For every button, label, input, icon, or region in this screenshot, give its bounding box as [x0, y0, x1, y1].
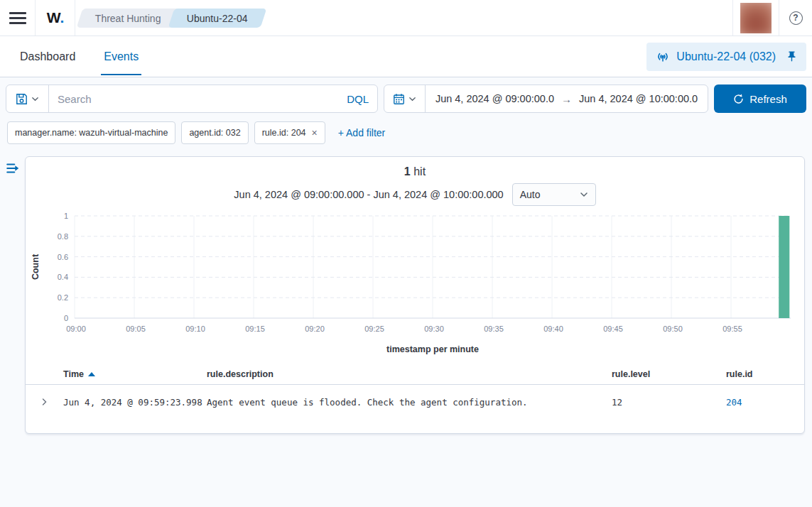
svg-text:09:20: 09:20: [305, 325, 325, 333]
chevron-down-icon: [408, 95, 416, 103]
save-icon: [16, 93, 28, 105]
tab-events[interactable]: Events: [101, 38, 141, 75]
chevron-down-icon: [31, 95, 39, 103]
refresh-label: Refresh: [749, 93, 787, 105]
agent-badge[interactable]: Ubuntu-22-04 (032): [646, 43, 806, 71]
search-input[interactable]: [58, 93, 340, 105]
svg-text:timestamp per minute: timestamp per minute: [386, 344, 479, 354]
expand-row-button[interactable]: [26, 397, 63, 407]
results-panel: 1 hit Jun 4, 2024 @ 09:00:00.000 - Jun 4…: [25, 156, 805, 434]
svg-text:0.2: 0.2: [58, 293, 68, 302]
interval-selected-value: Auto: [520, 189, 541, 200]
breadcrumb-agent[interactable]: Ubuntu-22-04: [168, 9, 266, 28]
interval-select[interactable]: Auto: [512, 183, 596, 206]
breadcrumb-label: Ubuntu-22-04: [187, 12, 248, 23]
help-icon: ?: [789, 11, 803, 25]
svg-text:09:35: 09:35: [484, 325, 504, 333]
svg-text:09:40: 09:40: [543, 325, 563, 333]
column-header-rule-description[interactable]: rule.description: [207, 369, 612, 379]
svg-text:0.8: 0.8: [58, 232, 68, 241]
refresh-button[interactable]: Refresh: [714, 84, 806, 113]
cell-rule-description: Agent event queue is flooded. Check the …: [207, 397, 612, 408]
wazuh-logo[interactable]: W.: [36, 0, 75, 36]
table-row: Jun 4, 2024 @ 09:59:23.998 Agent event q…: [26, 385, 804, 419]
filter-pill-label: rule.id: 204: [262, 128, 306, 138]
column-header-time[interactable]: Time: [63, 369, 207, 379]
svg-text:0.6: 0.6: [58, 253, 68, 261]
sort-ascending-icon: [88, 372, 95, 376]
svg-text:09:50: 09:50: [663, 325, 683, 333]
hits-line: 1 hit: [26, 165, 804, 180]
calendar-icon: [393, 93, 405, 105]
filter-pill-label: agent.id: 032: [189, 128, 240, 138]
histogram-chart[interactable]: 09:0009:0509:1009:1509:2009:2509:3009:35…: [26, 207, 804, 355]
collapse-column: [0, 156, 25, 434]
cell-rule-level: 12: [612, 397, 726, 408]
table-header-row: Time rule.description rule.level rule.id: [26, 364, 804, 385]
tab-dashboard[interactable]: Dashboard: [17, 38, 78, 75]
svg-text:09:15: 09:15: [245, 325, 265, 333]
svg-text:09:55: 09:55: [722, 325, 742, 333]
content-row: 1 hit Jun 4, 2024 @ 09:00:00.000 - Jun 4…: [0, 156, 812, 434]
range-arrow-icon: →: [561, 93, 572, 105]
logo-dot: .: [60, 9, 63, 26]
column-header-rule-level[interactable]: rule.level: [612, 369, 726, 379]
logo-text: W: [47, 9, 60, 26]
refresh-icon: [733, 94, 744, 104]
menu-button[interactable]: [0, 0, 35, 36]
cell-time: Jun 4, 2024 @ 09:59:23.998: [63, 397, 207, 408]
agent-badge-label: Ubuntu-22-04 (032): [676, 50, 776, 63]
filter-pill-manager-name[interactable]: manager.name: wazuh-virtual-machine: [7, 121, 175, 144]
svg-text:09:45: 09:45: [603, 325, 623, 333]
hits-label: hit: [413, 165, 426, 178]
add-filter-link[interactable]: + Add filter: [338, 127, 386, 138]
svg-text:09:30: 09:30: [424, 325, 444, 333]
divider: [75, 0, 75, 36]
date-picker-group: Jun 4, 2024 @ 09:00:00.0 → Jun 4, 2024 @…: [384, 84, 708, 113]
start-date[interactable]: Jun 4, 2024 @ 09:00:00.0: [435, 93, 554, 104]
histogram-svg: 09:0009:0509:1009:1509:2009:2509:3009:35…: [26, 207, 804, 355]
svg-text:1: 1: [64, 212, 68, 220]
date-quick-select-button[interactable]: [384, 85, 426, 112]
filter-pill-label: manager.name: wazuh-virtual-machine: [15, 128, 168, 138]
divider: [732, 0, 733, 36]
hits-count: 1: [404, 165, 411, 178]
topbar-right: ?: [732, 0, 812, 36]
svg-text:0: 0: [64, 314, 68, 322]
filter-pill-agent-id[interactable]: agent.id: 032: [181, 121, 248, 144]
search-field: DQL: [49, 85, 377, 112]
svg-text:09:05: 09:05: [126, 325, 146, 333]
expand-sidebar-icon[interactable]: [5, 160, 21, 176]
query-language-button[interactable]: DQL: [340, 93, 369, 105]
svg-text:0.4: 0.4: [58, 273, 68, 281]
chart-time-range: Jun 4, 2024 @ 09:00:00.000 - Jun 4, 2024…: [234, 189, 503, 200]
events-table: Time rule.description rule.level rule.id…: [26, 364, 804, 419]
svg-text:09:00: 09:00: [66, 325, 86, 333]
agent-signal-icon: [655, 49, 671, 65]
breadcrumb-label: Threat Hunting: [95, 12, 161, 23]
date-range: Jun 4, 2024 @ 09:00:00.0 → Jun 4, 2024 @…: [426, 85, 708, 112]
help-button[interactable]: ?: [779, 0, 812, 36]
svg-text:Count: Count: [31, 254, 40, 280]
pin-icon[interactable]: [786, 50, 798, 62]
search-group: DQL: [6, 84, 378, 113]
hamburger-icon: [9, 9, 26, 27]
saved-queries-button[interactable]: [6, 85, 49, 112]
tab-bar: Dashboard Events Ubuntu-22-04 (032): [0, 36, 812, 77]
top-navigation-bar: W. Threat Hunting Ubuntu-22-04 ?: [0, 0, 812, 36]
svg-text:09:25: 09:25: [364, 325, 384, 333]
end-date[interactable]: Jun 4, 2024 @ 10:00:00.0: [579, 93, 698, 104]
chevron-right-icon: [40, 397, 48, 407]
query-bar: DQL Jun 4, 2024 @ 09:00:00.0 → Jun 4, 2: [6, 84, 806, 113]
cell-rule-id-link[interactable]: 204: [726, 397, 804, 408]
chevron-down-icon: [580, 190, 588, 199]
remove-filter-icon[interactable]: ×: [312, 127, 318, 138]
column-label: Time: [63, 369, 84, 379]
range-row: Jun 4, 2024 @ 09:00:00.000 - Jun 4, 2024…: [26, 183, 804, 206]
filter-pill-rule-id[interactable]: rule.id: 204 ×: [254, 121, 325, 144]
avatar[interactable]: [740, 3, 772, 33]
svg-text:09:10: 09:10: [185, 325, 205, 333]
breadcrumb-threat-hunting[interactable]: Threat Hunting: [77, 9, 180, 28]
filter-bar: manager.name: wazuh-virtual-machine agen…: [7, 121, 806, 144]
column-header-rule-id[interactable]: rule.id: [726, 369, 804, 379]
